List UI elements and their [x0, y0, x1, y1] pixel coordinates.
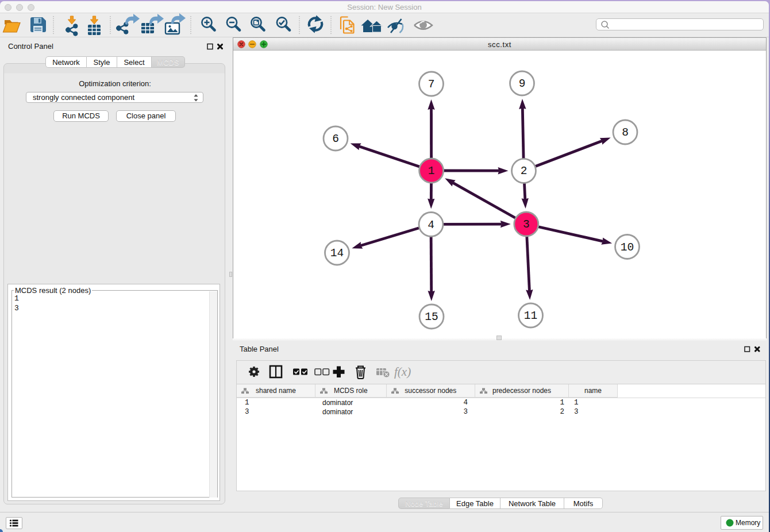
svg-text:4: 4 — [428, 219, 434, 232]
svg-text:2: 2 — [521, 165, 528, 178]
svg-text:9: 9 — [519, 78, 526, 90]
svg-text:3: 3 — [523, 218, 530, 231]
svg-text:7: 7 — [428, 78, 435, 91]
svg-text:10: 10 — [621, 241, 634, 254]
svg-text:1: 1 — [428, 165, 435, 178]
svg-text:14: 14 — [330, 247, 344, 260]
svg-text:15: 15 — [425, 311, 438, 323]
svg-text:8: 8 — [622, 126, 629, 139]
svg-text:f(x): f(x) — [394, 365, 411, 379]
svg-text:6: 6 — [332, 133, 339, 145]
svg-text:11: 11 — [524, 310, 537, 322]
